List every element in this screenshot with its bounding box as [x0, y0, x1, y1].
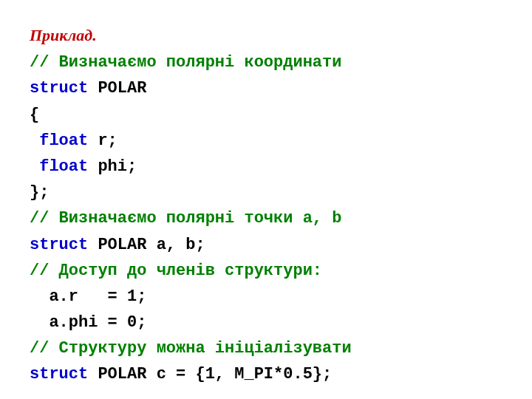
code-text: a.r = 1; — [49, 287, 146, 306]
comment-text: // Структуру можна ініціалізувати — [30, 339, 352, 358]
code-text: POLAR — [88, 79, 146, 98]
code-text: { — [30, 106, 39, 124]
code-line-3: { — [30, 102, 502, 128]
code-line-12: // Структуру можна ініціалізувати — [30, 335, 502, 361]
code-line-6: }; — [30, 180, 502, 205]
keyword-float: float — [39, 157, 88, 176]
code-line-13: struct POLAR c = {1, M_PI*0.5}; — [30, 361, 502, 387]
code-text: POLAR a, b; — [88, 236, 205, 254]
comment-text: // Визначаємо полярні координати — [30, 53, 341, 72]
keyword-struct: struct — [30, 79, 88, 98]
code-text: r; — [88, 132, 117, 150]
comment-text: // Доступ до членів структури: — [30, 262, 322, 280]
code-line-8: struct POLAR a, b; — [30, 232, 502, 258]
code-line-9: // Доступ до членів структури: — [30, 258, 502, 284]
code-line-5: float phi; — [30, 154, 502, 180]
example-heading: Приклад. — [30, 22, 502, 48]
code-line-10: a.r = 1; — [30, 284, 502, 310]
keyword-float: float — [39, 132, 88, 150]
code-line-7: // Визначаємо полярні точки a, b — [30, 205, 502, 231]
code-text: }; — [30, 183, 49, 202]
comment-text: // Визначаємо полярні точки a, b — [30, 209, 341, 228]
code-line-2: struct POLAR — [30, 75, 502, 101]
code-line-1: // Визначаємо полярні координати — [30, 50, 502, 75]
code-line-4: float r; — [30, 128, 502, 154]
code-line-11: a.phi = 0; — [30, 310, 502, 335]
keyword-struct: struct — [30, 365, 88, 383]
code-text: a.phi = 0; — [49, 313, 146, 332]
code-text: phi; — [88, 157, 137, 176]
keyword-struct: struct — [30, 236, 88, 254]
code-text: POLAR c = {1, M_PI*0.5}; — [88, 365, 332, 383]
